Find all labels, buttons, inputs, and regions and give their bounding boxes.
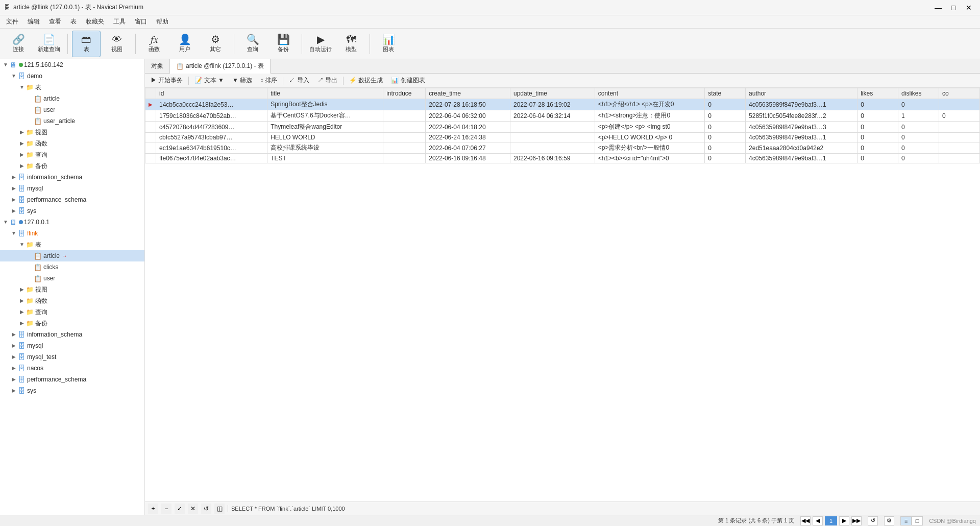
- confirm-button[interactable]: ✓: [175, 504, 185, 514]
- tree-arrow-icon[interactable]: ▶: [18, 129, 26, 136]
- toolbar-btn-[interactable]: 🔗连接: [4, 31, 33, 57]
- cell-introduce[interactable]: [383, 133, 426, 142]
- tree-arrow-icon[interactable]: ▶: [10, 207, 17, 214]
- sidebar-item-information_schema[interactable]: ▶🗄information_schema: [0, 329, 144, 340]
- menu-item-编辑[interactable]: 编辑: [23, 16, 44, 28]
- tree-arrow-icon[interactable]: ▶: [18, 140, 26, 147]
- cell-dislikes[interactable]: 0: [898, 142, 939, 154]
- tree-arrow-icon[interactable]: [27, 117, 34, 125]
- cell-id[interactable]: cbfc5527a95743fcbab97…: [156, 133, 267, 142]
- sidebar-item-[interactable]: ▶📁视图: [0, 127, 144, 138]
- sidebar-item-article[interactable]: 📋article: [0, 93, 144, 104]
- form-view-button[interactable]: □: [912, 516, 923, 525]
- cell-update_time[interactable]: 2022-07-28 16:19:02: [510, 99, 595, 110]
- sidebar-item-article[interactable]: 📋article→: [0, 250, 144, 261]
- sidebar-item-[interactable]: ▼📁表: [0, 239, 144, 250]
- toolbar-btn-[interactable]: 📄新建查询: [35, 31, 63, 57]
- tree-arrow-icon[interactable]: ▼: [10, 230, 17, 237]
- cell-id[interactable]: 14cb5ca0ccc2418fa2e53…: [156, 99, 267, 110]
- cell-co[interactable]: [939, 142, 980, 154]
- cell-create_time[interactable]: 2022-06-04 07:06:27: [426, 142, 510, 154]
- tree-arrow-icon[interactable]: ▶: [10, 376, 17, 383]
- menu-item-收藏夹[interactable]: 收藏夹: [82, 16, 108, 28]
- cell-author[interactable]: 2ed51eaaa2804cd0a942e2: [746, 142, 857, 154]
- table-row[interactable]: cbfc5527a95743fcbab97…HELLO WORLD2022-06…: [145, 133, 980, 142]
- action-btn-[interactable]: ⚡ 数据生成: [346, 75, 386, 86]
- action-btn-[interactable]: ↕ 排序: [257, 75, 281, 86]
- sidebar-item-user[interactable]: 📋user: [0, 273, 144, 284]
- menu-item-文件[interactable]: 文件: [2, 16, 22, 28]
- sidebar-item-[interactable]: ▶📁备份: [0, 160, 144, 172]
- tree-arrow-icon[interactable]: [27, 275, 34, 282]
- cell-title[interactable]: 高校排课系统毕设: [267, 142, 383, 154]
- sidebar-item-[interactable]: ▶📁查询: [0, 306, 144, 318]
- cell-create_time[interactable]: 2022-06-16 09:16:48: [426, 154, 510, 163]
- sidebar-item-mysql_test[interactable]: ▶🗄mysql_test: [0, 351, 144, 363]
- cell-id[interactable]: ec19e1ae63474b619510c…: [156, 142, 267, 154]
- first-page-button[interactable]: ◀◀: [800, 516, 811, 525]
- cell-state[interactable]: 0: [705, 110, 746, 122]
- cell-create_time[interactable]: 2022-06-24 16:24:38: [426, 133, 510, 142]
- tree-arrow-icon[interactable]: ▶: [18, 162, 26, 170]
- cell-state[interactable]: 0: [705, 142, 746, 154]
- menu-item-工具[interactable]: 工具: [109, 16, 130, 28]
- cell-introduce[interactable]: [383, 154, 426, 163]
- sidebar-item-mysql[interactable]: ▶🗄mysql: [0, 340, 144, 351]
- sidebar-item-[interactable]: ▶📁函数: [0, 295, 144, 306]
- tree-arrow-icon[interactable]: ▶: [18, 320, 26, 327]
- cell-state[interactable]: 0: [705, 99, 746, 110]
- sidebar-item-demo[interactable]: ▼🗄demo: [0, 70, 144, 82]
- cell-content[interactable]: <p>需求分析<br/>一般情0: [595, 142, 704, 154]
- cell-author[interactable]: 4c05635989f8479e9baf3…1: [746, 154, 857, 163]
- cell-title[interactable]: HELLO WORLD: [267, 133, 383, 142]
- cell-content[interactable]: <h1><strong>注意：使用0: [595, 110, 704, 122]
- last-page-button[interactable]: ▶▶: [851, 516, 862, 525]
- toolbar-btn-[interactable]: 🔍查询: [238, 31, 267, 57]
- cell-likes[interactable]: 0: [857, 154, 898, 163]
- cell-dislikes[interactable]: 0: [898, 122, 939, 133]
- sidebar-item-1215160142[interactable]: ▼🖥121.5.160.142: [0, 59, 144, 70]
- cell-create_time[interactable]: 2022-06-04 04:18:20: [426, 122, 510, 133]
- sidebar-item-performance_schema[interactable]: ▶🗄performance_schema: [0, 194, 144, 205]
- tree-arrow-icon[interactable]: [27, 106, 34, 113]
- next-page-button[interactable]: ▶: [839, 516, 849, 525]
- action-btn-[interactable]: ▶ 开始事务: [147, 75, 186, 86]
- cell-id[interactable]: 1759c18036c84e70b52ab…: [156, 110, 267, 122]
- action-btn-[interactable]: ▼ 筛选: [229, 75, 256, 86]
- cell-content[interactable]: <p>HELLO WORLD.</p> 0: [595, 133, 704, 142]
- action-btn-[interactable]: ↗ 导出: [314, 75, 341, 86]
- cell-update_time[interactable]: 2022-06-16 09:16:59: [510, 154, 595, 163]
- tree-arrow-icon[interactable]: ▶: [10, 174, 17, 181]
- sidebar-item-sys[interactable]: ▶🗄sys: [0, 205, 144, 217]
- minimize-button[interactable]: —: [931, 1, 945, 15]
- tree-arrow-icon[interactable]: [27, 95, 34, 102]
- action-btn-[interactable]: ↙ 导入: [285, 75, 312, 86]
- form-button[interactable]: ◫: [214, 504, 225, 514]
- sidebar-item-user[interactable]: 📋user: [0, 104, 144, 115]
- sidebar-item-performance_schema[interactable]: ▶🗄performance_schema: [0, 374, 144, 385]
- menu-item-窗口[interactable]: 窗口: [131, 16, 151, 28]
- prev-page-button[interactable]: ◀: [813, 516, 823, 525]
- tree-arrow-icon[interactable]: ▶: [10, 387, 17, 394]
- cell-state[interactable]: 0: [705, 122, 746, 133]
- toolbar-btn-[interactable]: 📊图表: [374, 31, 403, 57]
- sidebar-item-user_article[interactable]: 📋user_article: [0, 115, 144, 127]
- cell-introduce[interactable]: [383, 142, 426, 154]
- cell-likes[interactable]: 0: [857, 142, 898, 154]
- sidebar-item-sys[interactable]: ▶🗄sys: [0, 385, 144, 396]
- maximize-button[interactable]: □: [946, 1, 961, 15]
- cell-id[interactable]: c4572078c4d44f7283609…: [156, 122, 267, 133]
- sidebar-item-127001[interactable]: ▼🖥127.0.0.1: [0, 217, 144, 228]
- cell-author[interactable]: 4c05635989f8479e9baf3…1: [746, 133, 857, 142]
- cancel-button[interactable]: ✕: [188, 504, 198, 514]
- tree-arrow-icon[interactable]: ▶: [18, 286, 26, 293]
- cell-title[interactable]: TEST: [267, 154, 383, 163]
- cell-title[interactable]: 基于CentOS7.6与Docker容…: [267, 110, 383, 122]
- table-row[interactable]: c4572078c4d44f7283609…Thymeleaf整合wangEdi…: [145, 122, 980, 133]
- menu-item-帮助[interactable]: 帮助: [152, 16, 173, 28]
- table-row[interactable]: 1759c18036c84e70b52ab…基于CentOS7.6与Docker…: [145, 110, 980, 122]
- cell-co[interactable]: 0: [939, 110, 980, 122]
- tree-arrow-icon[interactable]: ▼: [10, 73, 17, 80]
- refresh-page-button[interactable]: ↺: [868, 516, 878, 525]
- tree-arrow-icon[interactable]: ▶: [18, 151, 26, 158]
